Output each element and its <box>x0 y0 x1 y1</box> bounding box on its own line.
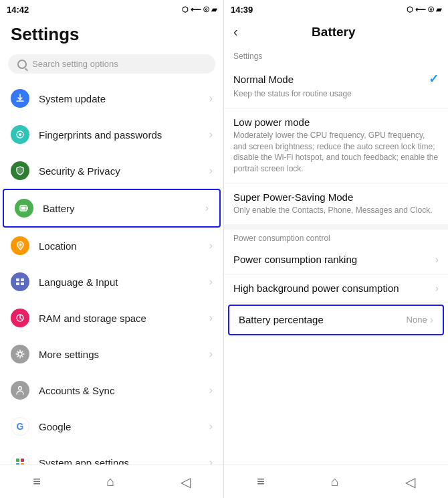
battery-menu-icon <box>15 199 33 218</box>
menu-item-location[interactable]: Location › <box>0 228 223 264</box>
menu-label-ram: RAM and storage space <box>39 313 209 324</box>
svg-rect-15 <box>16 463 19 465</box>
left-status-icons: ⬡ ⟵ ⦾ ▰ <box>182 5 217 14</box>
page-title: Settings <box>11 24 80 44</box>
section-power: Power consumption control Power consumpt… <box>224 230 448 337</box>
ram-icon <box>11 309 29 327</box>
menu-label-system-app: System app settings <box>39 457 209 465</box>
bluetooth-icon: ⬡ <box>182 5 189 14</box>
menu-item-security[interactable]: Security & Privacy › <box>0 153 223 189</box>
battery-percentage-title: Battery percentage <box>239 314 324 325</box>
power-ranking-row: Power consumption ranking › <box>233 254 439 266</box>
svg-point-5 <box>19 244 21 246</box>
menu-item-ram[interactable]: RAM and storage space › <box>0 300 223 336</box>
normal-mode-title: Normal Mode <box>233 74 294 85</box>
search-bar[interactable]: Search setting options <box>8 54 215 74</box>
chevron-google: › <box>209 420 213 432</box>
section-label-settings: Settings <box>224 48 448 64</box>
accounts-icon <box>11 381 29 400</box>
menu-item-language[interactable]: Language & Input › <box>0 264 223 300</box>
chevron-more: › <box>209 348 213 360</box>
right-home-nav[interactable]: ⌂ <box>331 474 339 489</box>
left-panel: 14:42 ⬡ ⟵ ⦾ ▰ Settings Search setting op… <box>0 0 224 498</box>
sound-icon: ⟵ <box>191 5 201 14</box>
normal-mode-desc: Keep the status for routine usage <box>233 88 439 100</box>
left-home-nav[interactable]: ⌂ <box>106 474 114 489</box>
menu-item-more[interactable]: More settings › <box>0 336 223 372</box>
menu-item-google[interactable]: G Google › <box>0 408 223 444</box>
menu-label-system-update: System update <box>39 93 209 104</box>
right-item-super-saving[interactable]: Super Power-Saving Mode Only enable the … <box>224 183 448 224</box>
chevron-system-update: › <box>209 92 213 104</box>
menu-item-accounts[interactable]: Accounts & Sync › <box>0 372 223 408</box>
menu-item-system-app[interactable]: System app settings › <box>0 444 223 465</box>
more-settings-icon <box>11 345 29 363</box>
right-item-low-power[interactable]: Low power mode Moderately lower the CPU … <box>224 108 448 183</box>
right-panel: 14:39 ⬡ ⟵ ⦾ ▰ ‹ Battery Settings Normal … <box>224 0 448 498</box>
super-saving-row: Super Power-Saving Mode <box>233 191 439 203</box>
system-app-icon <box>11 453 29 465</box>
chevron-battery: › <box>205 202 209 214</box>
menu-label-more: More settings <box>39 349 209 360</box>
right-status-icons: ⬡ ⟵ ⦾ ▰ <box>407 5 441 14</box>
battery-percentage-value-area: None › <box>407 314 433 326</box>
menu-list: System update › Fingerprints and passwor… <box>0 80 223 465</box>
menu-label-accounts: Accounts & Sync <box>39 385 209 396</box>
svg-rect-13 <box>16 459 19 462</box>
menu-item-fingerprints[interactable]: Fingerprints and passwords › <box>0 116 223 153</box>
google-icon: G <box>11 417 29 436</box>
right-item-high-background[interactable]: High background power consumption › <box>224 274 448 303</box>
menu-item-battery[interactable]: Battery › <box>3 189 221 228</box>
right-header: ‹ Battery <box>224 19 448 48</box>
svg-rect-7 <box>16 282 19 285</box>
right-panel-title: Battery <box>245 25 423 39</box>
high-background-title: High background power consumption <box>233 282 399 294</box>
high-background-row: High background power consumption › <box>233 282 439 295</box>
right-back-nav[interactable]: ◁ <box>405 474 415 490</box>
svg-rect-14 <box>21 459 24 462</box>
status-bar-left: 14:42 ⬡ ⟵ ⦾ ▰ <box>0 0 223 19</box>
battery-icon-left: ▰ <box>211 5 217 14</box>
chevron-power-ranking: › <box>435 254 439 266</box>
right-bluetooth-icon: ⬡ <box>407 5 413 14</box>
system-update-icon <box>11 89 29 108</box>
svg-rect-3 <box>21 207 26 210</box>
left-time: 14:42 <box>7 5 29 15</box>
divider-4 <box>224 303 448 303</box>
low-power-row: Low power mode <box>233 116 439 128</box>
svg-rect-4 <box>27 207 28 210</box>
left-bottom-nav: ≡ ⌂ ◁ <box>0 465 223 498</box>
right-menu-nav[interactable]: ≡ <box>257 474 265 489</box>
right-time: 14:39 <box>231 5 253 15</box>
menu-label-language: Language & Input <box>39 276 209 288</box>
chevron-ram: › <box>209 312 213 324</box>
right-battery-icon: ▰ <box>436 5 441 14</box>
security-icon <box>11 161 29 180</box>
right-bottom-nav: ≡ ⌂ ◁ <box>224 465 448 498</box>
svg-rect-6 <box>16 278 19 281</box>
right-item-power-ranking[interactable]: Power consumption ranking › <box>224 246 448 274</box>
search-placeholder: Search setting options <box>32 59 118 69</box>
menu-label-location: Location <box>39 240 209 252</box>
language-icon <box>11 272 29 291</box>
left-back-nav[interactable]: ◁ <box>181 474 191 490</box>
svg-rect-8 <box>21 278 24 281</box>
right-item-battery-percentage[interactable]: Battery percentage None › <box>228 305 444 335</box>
search-icon <box>17 60 27 69</box>
low-power-title: Low power mode <box>233 116 310 128</box>
right-wifi-icon: ⦾ <box>428 5 434 14</box>
chevron-high-background: › <box>435 282 439 295</box>
menu-label-google: Google <box>39 421 209 432</box>
right-item-normal-mode[interactable]: Normal Mode ✓ Keep the status for routin… <box>224 64 448 108</box>
wifi-icon: ⦾ <box>203 5 209 14</box>
chevron-location: › <box>209 240 213 252</box>
chevron-security: › <box>209 165 213 177</box>
chevron-fingerprints: › <box>209 129 213 141</box>
page-title-area: Settings <box>0 19 223 50</box>
section-divider <box>224 224 448 230</box>
back-button[interactable]: ‹ <box>233 24 238 39</box>
location-icon <box>11 236 29 255</box>
left-menu-nav[interactable]: ≡ <box>33 474 41 489</box>
section-label-power: Power consumption control <box>224 230 448 246</box>
menu-item-system-update[interactable]: System update › <box>0 80 223 116</box>
